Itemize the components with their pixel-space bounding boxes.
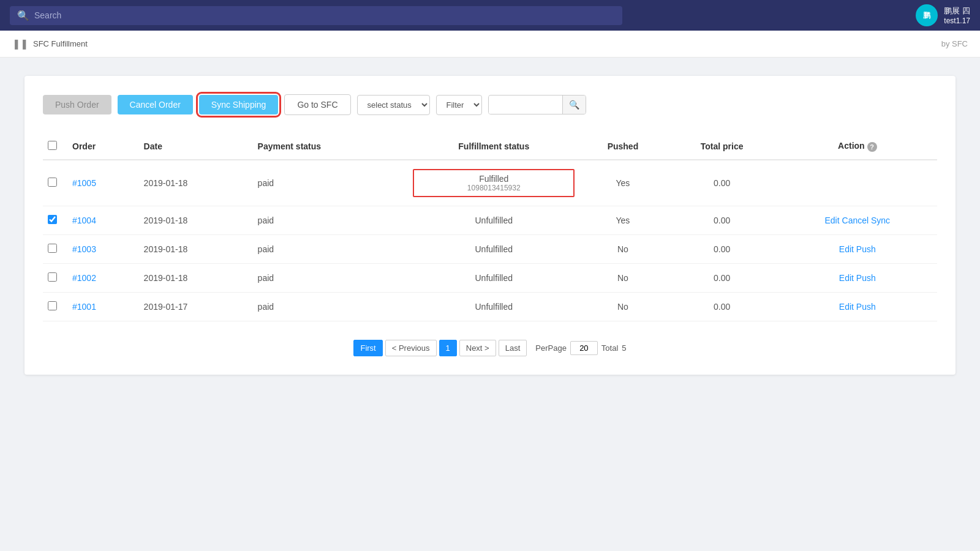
row-fulfillment-status: Fulfilled1098013415932 — [408, 160, 579, 206]
row-total-price: 0.00 — [666, 206, 778, 235]
row-pushed: No — [579, 264, 666, 293]
by-sfc-label: by SFC — [941, 39, 968, 48]
push-order-button[interactable]: Push Order — [43, 95, 111, 114]
row-checkbox-cell — [43, 206, 67, 235]
status-select[interactable]: select status — [357, 95, 430, 115]
fulfillment-status-highlighted: Fulfilled1098013415932 — [413, 169, 575, 197]
row-payment-status: paid — [253, 206, 409, 235]
pagination-info: PerPage Total 5 — [535, 341, 626, 355]
row-fulfillment-status: Unfulfilled — [408, 206, 579, 235]
row-pushed: No — [579, 293, 666, 321]
action-help-icon[interactable]: ? — [867, 142, 877, 152]
cancel-order-button[interactable]: Cancel Order — [118, 95, 193, 114]
per-page-label: PerPage — [535, 343, 567, 353]
sync-shipping-button[interactable]: Sync Shipping — [199, 95, 279, 114]
action-push-link[interactable]: Push — [856, 273, 876, 283]
row-fulfillment-status: Unfulfilled — [408, 235, 579, 264]
order-link[interactable]: #1001 — [72, 302, 96, 312]
last-page-button[interactable]: Last — [499, 340, 527, 356]
apps-icon: ❚❚ — [12, 38, 28, 50]
filter-search[interactable]: 🔍 — [488, 95, 586, 114]
row-actions: Edit Cancel Sync — [778, 206, 937, 235]
action-sync-link[interactable]: Sync — [871, 216, 890, 225]
row-total-price: 0.00 — [666, 264, 778, 293]
table-row: #10012019-01-17paidUnfulfilledNo0.00Edit… — [43, 293, 937, 321]
order-link[interactable]: #1003 — [72, 244, 96, 254]
previous-page-button[interactable]: < Previous — [385, 340, 437, 356]
first-page-button[interactable]: First — [353, 340, 382, 356]
row-date: 2019-01-18 — [139, 160, 253, 206]
action-cancel-link[interactable]: Cancel — [842, 216, 869, 225]
table-row: #10052019-01-18paidFulfilled109801341593… — [43, 160, 937, 206]
row-order: #1003 — [67, 235, 139, 264]
user-info: 鹏 鹏展 四 test1.17 — [916, 4, 970, 26]
action-edit-link[interactable]: Edit — [825, 216, 840, 225]
row-checkbox[interactable] — [48, 178, 57, 187]
header-payment-status: Payment status — [253, 133, 409, 160]
row-pushed: No — [579, 235, 666, 264]
action-push-link[interactable]: Push — [856, 302, 876, 312]
row-checkbox-cell — [43, 235, 67, 264]
order-link[interactable]: #1005 — [72, 178, 96, 188]
order-link[interactable]: #1004 — [72, 216, 96, 225]
go-to-sfc-button[interactable]: Go to SFC — [284, 94, 350, 115]
row-checkbox[interactable] — [48, 215, 57, 224]
search-icon: 🔍 — [17, 10, 29, 21]
row-date: 2019-01-17 — [139, 293, 253, 321]
action-edit-link[interactable]: Edit — [839, 273, 854, 283]
header-action: Action ? — [778, 133, 937, 160]
row-pushed: Yes — [579, 206, 666, 235]
header-pushed: Pushed — [579, 133, 666, 160]
breadcrumb: ❚❚ SFC Fulfillment — [12, 38, 88, 50]
row-payment-status: paid — [253, 235, 409, 264]
row-actions: Edit Push — [778, 264, 937, 293]
row-date: 2019-01-18 — [139, 264, 253, 293]
user-handle: test1.17 — [944, 17, 970, 25]
main-content: Push Order Cancel Order Sync Shipping Go… — [0, 58, 980, 393]
select-all-checkbox[interactable] — [48, 141, 57, 150]
row-checkbox-cell — [43, 160, 67, 206]
table-row: #10042019-01-18paidUnfulfilledYes0.00Edi… — [43, 206, 937, 235]
action-push-link[interactable]: Push — [856, 244, 876, 254]
user-details: 鹏展 四 test1.17 — [944, 6, 970, 25]
total-label: Total — [601, 343, 618, 353]
row-order: #1005 — [67, 160, 139, 206]
table-row: #10022019-01-18paidUnfulfilledNo0.00Edit… — [43, 264, 937, 293]
row-total-price: 0.00 — [666, 235, 778, 264]
main-panel: Push Order Cancel Order Sync Shipping Go… — [24, 76, 956, 375]
order-link[interactable]: #1002 — [72, 273, 96, 283]
row-checkbox[interactable] — [48, 272, 57, 282]
row-fulfillment-status: Unfulfilled — [408, 293, 579, 321]
user-name: 鹏展 四 — [944, 6, 970, 17]
breadcrumb-bar: ❚❚ SFC Fulfillment by SFC — [0, 31, 980, 58]
row-order: #1002 — [67, 264, 139, 293]
row-checkbox-cell — [43, 264, 67, 293]
row-fulfillment-status: Unfulfilled — [408, 264, 579, 293]
top-navigation: 🔍 鹏 鹏展 四 test1.17 — [0, 0, 980, 31]
action-edit-link[interactable]: Edit — [839, 302, 854, 312]
row-payment-status: paid — [253, 293, 409, 321]
breadcrumb-title: SFC Fulfillment — [33, 39, 88, 48]
row-checkbox[interactable] — [48, 244, 57, 253]
current-page-button[interactable]: 1 — [439, 340, 457, 356]
search-bar[interactable]: 🔍 — [10, 6, 622, 25]
header-date: Date — [139, 133, 253, 160]
search-input[interactable] — [34, 10, 615, 20]
row-total-price: 0.00 — [666, 293, 778, 321]
per-page-input[interactable] — [570, 341, 598, 355]
filter-search-icon[interactable]: 🔍 — [562, 96, 586, 114]
action-edit-link[interactable]: Edit — [839, 244, 854, 254]
next-page-button[interactable]: Next > — [459, 340, 496, 356]
row-payment-status: paid — [253, 264, 409, 293]
filter-search-input[interactable] — [489, 96, 562, 114]
filter-select[interactable]: Filter — [436, 95, 482, 115]
table-header-row: Order Date Payment status Fulfillment st… — [43, 133, 937, 160]
pagination-bar: First < Previous 1 Next > Last PerPage T… — [43, 340, 937, 356]
row-date: 2019-01-18 — [139, 235, 253, 264]
row-actions: Edit Push — [778, 235, 937, 264]
row-actions: Edit Push — [778, 293, 937, 321]
row-checkbox[interactable] — [48, 301, 57, 310]
row-payment-status: paid — [253, 160, 409, 206]
header-fulfillment-status: Fulfillment status — [408, 133, 579, 160]
header-total-price: Total price — [666, 133, 778, 160]
